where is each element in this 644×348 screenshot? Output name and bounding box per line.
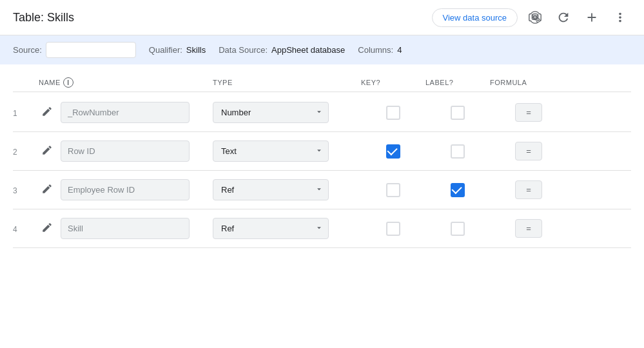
key-checkbox[interactable] — [386, 106, 400, 120]
data-source-value: AppSheet database — [271, 45, 345, 55]
row-type-select[interactable]: Text — [213, 140, 329, 162]
header: Table: Skills View data source — [0, 0, 644, 35]
table-row: 4Ref= — [13, 209, 631, 248]
row-formula-cell: = — [490, 103, 567, 122]
formula-button[interactable]: = — [515, 219, 542, 238]
table-row: 1Number= — [13, 93, 631, 132]
source-item: Source: — [13, 42, 136, 58]
label-checkbox[interactable] — [451, 183, 465, 197]
row-number: 4 — [13, 224, 39, 234]
columns-value: 4 — [397, 45, 402, 55]
data-source-item: Data Source: AppSheet database — [219, 45, 345, 55]
settings-icon — [528, 10, 542, 24]
page-title: Table: Skills — [13, 11, 432, 24]
col-label-header: LABEL? — [425, 77, 490, 88]
row-key-cell — [361, 183, 425, 197]
row-key-cell — [361, 106, 425, 120]
row-formula-cell: = — [490, 219, 567, 238]
col-key-header: KEY? — [361, 77, 425, 88]
col-type-header: TYPE — [213, 77, 361, 88]
table-row: 2Text= — [13, 132, 631, 171]
edit-icon[interactable] — [39, 142, 55, 161]
row-number: 2 — [13, 146, 39, 157]
row-name-cell — [39, 179, 213, 200]
refresh-icon — [556, 10, 571, 24]
more-icon — [613, 10, 627, 24]
columns-label: Columns: — [358, 45, 393, 55]
key-checkbox[interactable] — [386, 183, 400, 197]
row-name-cell — [39, 102, 213, 123]
row-name-input[interactable] — [61, 218, 190, 239]
settings-button[interactable] — [524, 6, 546, 28]
add-button[interactable] — [581, 6, 603, 28]
edit-icon[interactable] — [39, 103, 55, 122]
qualifier-item: Qualifier: Skills — [149, 45, 206, 55]
source-input[interactable] — [46, 42, 136, 58]
row-name-input[interactable] — [61, 179, 190, 200]
row-key-cell — [361, 144, 425, 159]
view-data-source-button[interactable]: View data source — [432, 8, 518, 27]
data-source-label: Data Source: — [219, 45, 268, 55]
source-label: Source: — [13, 45, 42, 55]
row-name-cell — [39, 140, 213, 162]
qualifier-label: Qualifier: — [149, 45, 182, 55]
name-info-icon[interactable]: i — [63, 77, 73, 88]
formula-button[interactable]: = — [515, 142, 542, 160]
row-label-cell — [425, 106, 490, 120]
key-checkbox[interactable] — [386, 144, 400, 159]
source-bar: Source: Qualifier: Skills Data Source: A… — [0, 35, 644, 64]
label-checkbox[interactable] — [451, 106, 465, 120]
row-type-select[interactable]: Ref — [213, 179, 329, 200]
header-actions: View data source — [432, 6, 632, 28]
add-icon — [585, 10, 599, 24]
row-label-cell — [425, 144, 490, 159]
column-headers: NAME i TYPE KEY? LABEL? FORMULA — [13, 71, 631, 92]
qualifier-value: Skills — [186, 45, 206, 55]
more-button[interactable] — [609, 6, 631, 28]
table-rows: 1Number=2Text=3Ref=4Ref= — [13, 93, 631, 248]
row-name-input[interactable] — [61, 102, 190, 123]
row-name-input[interactable] — [61, 140, 190, 162]
formula-button[interactable]: = — [515, 103, 542, 122]
svg-point-1 — [532, 14, 538, 17]
label-checkbox[interactable] — [451, 144, 465, 159]
row-type-select[interactable]: Ref — [213, 218, 329, 239]
row-label-cell — [425, 183, 490, 197]
col-name-header: NAME i — [39, 77, 213, 88]
row-type-cell: Ref — [213, 179, 361, 200]
row-key-cell — [361, 222, 425, 236]
row-type-cell: Ref — [213, 218, 361, 239]
refresh-button[interactable] — [552, 6, 574, 28]
col-num-header — [13, 77, 39, 88]
row-type-select[interactable]: Number — [213, 102, 329, 123]
key-checkbox[interactable] — [386, 222, 400, 236]
row-number: 1 — [13, 108, 39, 118]
edit-icon[interactable] — [39, 180, 55, 200]
row-formula-cell: = — [490, 142, 567, 160]
table-row: 3Ref= — [13, 171, 631, 209]
row-label-cell — [425, 222, 490, 236]
row-type-cell: Number — [213, 102, 361, 123]
edit-icon[interactable] — [39, 219, 55, 238]
table-container: NAME i TYPE KEY? LABEL? FORMULA 1Number=… — [0, 64, 644, 261]
formula-button[interactable]: = — [515, 180, 542, 199]
columns-item: Columns: 4 — [358, 45, 402, 55]
col-formula-header: FORMULA — [490, 77, 567, 88]
label-checkbox[interactable] — [451, 222, 465, 236]
row-type-cell: Text — [213, 140, 361, 162]
row-formula-cell: = — [490, 180, 567, 199]
row-number: 3 — [13, 185, 39, 195]
row-name-cell — [39, 218, 213, 239]
